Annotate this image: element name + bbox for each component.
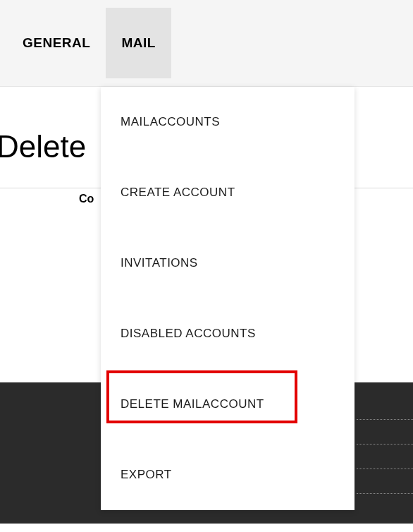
dotted-divider — [357, 493, 413, 494]
menu-item-delete-mailaccount[interactable]: DELETE MAILACCOUNT — [101, 369, 355, 440]
menu-item-export[interactable]: EXPORT — [101, 440, 355, 510]
menu-item-disabled-accounts[interactable]: DISABLED ACCOUNTS — [101, 298, 355, 369]
dotted-divider — [357, 444, 413, 445]
dotted-divider — [357, 468, 413, 469]
tab-mail[interactable]: MAIL — [106, 8, 171, 78]
menu-item-mailaccounts[interactable]: MAILACCOUNTS — [101, 87, 355, 157]
menu-item-invitations[interactable]: INVITATIONS — [101, 228, 355, 298]
mail-dropdown-menu: MAILACCOUNTS CREATE ACCOUNT INVITATIONS … — [101, 87, 355, 510]
tab-general[interactable]: GENERAL — [7, 8, 106, 78]
dotted-divider — [357, 419, 413, 420]
top-navigation: GENERAL MAIL — [0, 0, 413, 87]
menu-item-create-account[interactable]: CREATE ACCOUNT — [101, 157, 355, 228]
